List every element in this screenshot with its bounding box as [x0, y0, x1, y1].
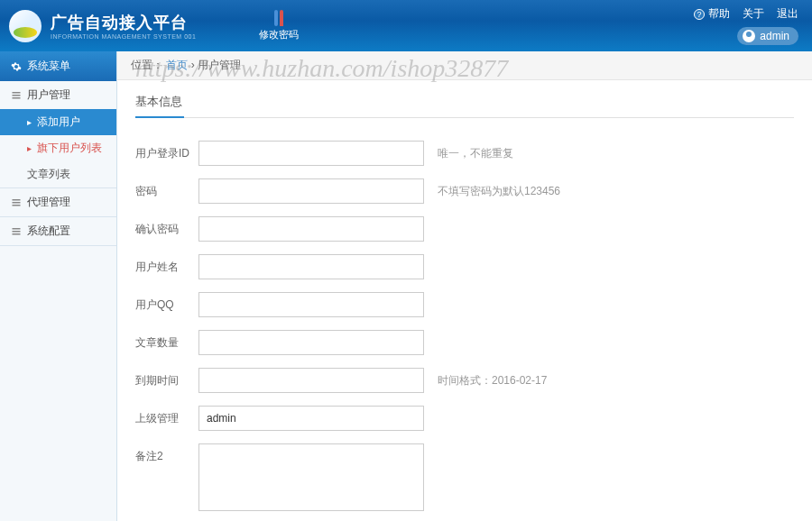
main-content: 位置： 首页 › 用户管理 基本信息 用户登录ID 唯一，不能重复 密码 不填写…	[117, 51, 812, 521]
about-link[interactable]: 关于	[743, 6, 764, 22]
password-input[interactable]	[198, 178, 424, 204]
breadcrumb-home[interactable]: 首页	[166, 59, 188, 71]
logout-link[interactable]: 退出	[777, 6, 798, 22]
label-remark: 备注2	[135, 443, 198, 464]
logo-icon	[9, 10, 42, 42]
list-icon	[11, 226, 22, 237]
list-icon	[11, 90, 22, 101]
label-login-id: 用户登录ID	[135, 141, 198, 161]
qq-input[interactable]	[198, 292, 424, 317]
help-icon: ?	[694, 9, 705, 20]
breadcrumb: 位置： 首页 › 用户管理	[117, 51, 812, 80]
label-expire: 到期时间	[135, 368, 198, 388]
login-id-input[interactable]	[198, 141, 424, 166]
manager-input[interactable]	[198, 406, 424, 431]
user-badge[interactable]: admin	[737, 27, 798, 45]
label-username: 用户姓名	[135, 254, 198, 275]
confirm-password-input[interactable]	[198, 216, 424, 242]
change-password-button[interactable]: 修改密码	[250, 5, 308, 46]
username-input[interactable]	[198, 254, 424, 279]
article-count-input[interactable]	[198, 330, 424, 355]
svg-rect-2	[13, 97, 21, 99]
user-icon	[743, 30, 755, 42]
app-header: 广告自动接入平台 INFORMATION MANAGEMENT SYSTEM 0…	[0, 0, 812, 51]
sidebar: 系统菜单 用户管理 ▸添加用户 ▸旗下用户列表 文章列表 代理管理 系统配置	[0, 51, 117, 521]
hint-login-id: 唯一，不能重复	[438, 141, 513, 161]
sidebar-item-user-list[interactable]: ▸旗下用户列表	[0, 135, 116, 161]
hint-expire: 时间格式：2016-02-17	[438, 368, 547, 388]
svg-rect-7	[13, 231, 21, 233]
sidebar-item-article-list[interactable]: 文章列表	[0, 161, 116, 187]
app-subtitle: INFORMATION MANAGEMENT SYSTEM 001	[51, 33, 196, 40]
list-icon	[11, 197, 22, 208]
tools-icon	[259, 10, 299, 26]
sidebar-item-add-user[interactable]: ▸添加用户	[0, 109, 116, 135]
logo: 广告自动接入平台 INFORMATION MANAGEMENT SYSTEM 0…	[0, 10, 196, 42]
section-title: 基本信息	[135, 94, 794, 118]
remark-textarea[interactable]	[198, 443, 424, 511]
breadcrumb-current: 用户管理	[198, 59, 241, 71]
sidebar-section-users[interactable]: 用户管理	[0, 81, 116, 109]
svg-rect-8	[13, 233, 21, 235]
label-articles: 文章数量	[135, 330, 198, 351]
svg-rect-6	[13, 228, 21, 230]
svg-rect-4	[13, 202, 21, 204]
arrow-icon: ▸	[27, 143, 32, 153]
sidebar-menu-title: 系统菜单	[0, 51, 116, 81]
label-password: 密码	[135, 178, 198, 199]
hint-password: 不填写密码为默认123456	[438, 178, 560, 199]
gear-icon	[11, 61, 22, 72]
help-link[interactable]: ?帮助	[694, 6, 730, 22]
svg-rect-1	[13, 95, 21, 96]
sidebar-section-system[interactable]: 系统配置	[0, 217, 116, 245]
app-title: 广告自动接入平台	[51, 12, 196, 33]
label-qq: 用户QQ	[135, 292, 198, 313]
sidebar-section-agent[interactable]: 代理管理	[0, 188, 116, 216]
username-label: admin	[760, 30, 789, 42]
svg-rect-3	[13, 199, 21, 201]
svg-rect-0	[13, 92, 21, 94]
label-manager: 上级管理	[135, 406, 198, 426]
label-confirm: 确认密码	[135, 216, 198, 237]
svg-rect-5	[13, 205, 21, 206]
expire-input[interactable]	[198, 368, 424, 393]
arrow-icon: ▸	[27, 117, 32, 127]
